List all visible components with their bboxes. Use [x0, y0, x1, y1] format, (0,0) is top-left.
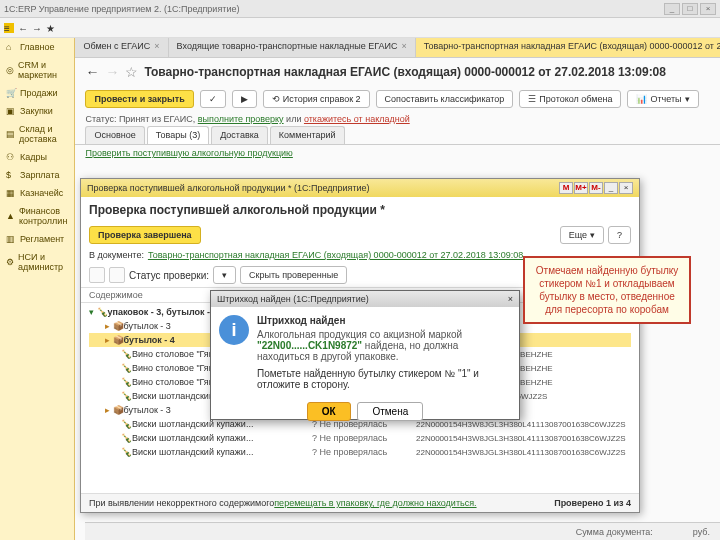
bottle-icon: 🍾 — [121, 363, 132, 373]
m-plus-icon[interactable]: M+ — [574, 182, 588, 194]
barcode-dialog-close[interactable]: × — [508, 294, 513, 304]
menu-icon[interactable]: ≡ — [4, 23, 14, 33]
close-button[interactable]: × — [700, 3, 716, 15]
checked-count: Проверено 1 из 4 — [554, 498, 631, 508]
fwd-icon[interactable]: → — [32, 23, 42, 33]
protocol-button[interactable]: ☰ Протокол обмена — [519, 90, 621, 108]
status-filter[interactable]: ▾ — [213, 266, 236, 284]
bottle-icon: 🍾 — [121, 433, 132, 443]
back-icon[interactable]: ← — [18, 23, 28, 33]
box-icon: ▸ 📦 — [105, 335, 124, 345]
people-icon: ⚇ — [6, 152, 16, 162]
action-toolbar: Провести и закрыть ✓ ▶ ⟲ История справок… — [75, 86, 720, 112]
sidebar-item-nsi[interactable]: ⚙НСИ и администр — [0, 248, 74, 276]
check-products-link[interactable]: Проверить поступившую алкогольную продук… — [75, 145, 720, 161]
sidebar-item-salary[interactable]: $Зарплата — [0, 166, 74, 184]
dialog-footer: При выявлении некорректного содержимого … — [81, 493, 639, 512]
close-icon[interactable]: × — [402, 41, 407, 51]
cancel-button[interactable]: Отмена — [357, 402, 423, 421]
row-status: ? Не проверялась — [312, 447, 412, 457]
save-close-button[interactable]: Провести и закрыть — [85, 90, 193, 108]
info-icon: i — [219, 315, 249, 345]
min-button[interactable]: _ — [664, 3, 680, 15]
sidebar-item-purchase[interactable]: ▣Закупки — [0, 102, 74, 120]
subtab-comment[interactable]: Комментарий — [270, 126, 345, 144]
gear-icon: ⚙ — [6, 257, 14, 267]
currency: руб. — [693, 527, 710, 537]
check-link[interactable]: выполните проверку — [198, 114, 284, 124]
target-icon: ◎ — [6, 65, 14, 75]
close-icon[interactable]: × — [154, 41, 159, 51]
check-done-button[interactable]: Проверка завершена — [89, 226, 201, 244]
sum-label: Сумма документа: — [576, 527, 653, 537]
barcode-dialog-titlebar: Штрихкод найден (1С:Предприятие) × — [211, 291, 519, 307]
row-code: 22N0000154H3W8JGL3H380L41113087001638C6W… — [412, 434, 631, 443]
subtab-goods[interactable]: Товары (3) — [147, 126, 209, 144]
tree-row[interactable]: 🍾 Виски шотландский купажи...? Не провер… — [89, 445, 631, 459]
box-icon: ▸ 📦 — [105, 321, 124, 331]
hide-checked-button[interactable]: Скрыть проверенные — [240, 266, 347, 284]
dialog-close[interactable]: × — [619, 182, 633, 194]
tab-ttn[interactable]: Товарно-транспортная накладная ЕГАИС (вх… — [416, 38, 720, 57]
max-button[interactable]: □ — [682, 3, 698, 15]
annotation-callout: Отмечаем найденную бутылку стикером №1 и… — [523, 256, 691, 324]
box-icon: ▸ 📦 — [105, 405, 124, 415]
star-icon[interactable]: ★ — [46, 23, 56, 33]
cart-icon: 🛒 — [6, 88, 16, 98]
chart-icon: ▲ — [6, 211, 15, 221]
save-button[interactable]: ✓ — [200, 90, 226, 108]
document-tabs: Обмен с ЕГАИС× Входящие товарно-транспор… — [75, 38, 720, 58]
row-label: Виски шотландский купажи... — [132, 447, 312, 457]
sidebar-item-warehouse[interactable]: ▤Склад и доставка — [0, 120, 74, 148]
dialog-titlebar: Проверка поступившей алкогольной продукц… — [81, 179, 639, 197]
tab-exchange[interactable]: Обмен с ЕГАИС× — [75, 38, 168, 57]
bottle-icon: ▾ 🍾 — [89, 307, 108, 317]
truck-icon: ▤ — [6, 129, 15, 139]
app-title: 1С:ERP Управление предприятием 2. (1С:Пр… — [4, 4, 239, 14]
sidebar-item-finance[interactable]: ▲Финансов контроллин — [0, 202, 74, 230]
sidebar-item-treasury[interactable]: ▦Казначейс — [0, 184, 74, 202]
reports-button[interactable]: 📊 Отчеты ▾ — [627, 90, 698, 108]
nav-sidebar: ⌂Главное ◎CRM и маркетин 🛒Продажи ▣Закуп… — [0, 38, 75, 540]
tab-incoming[interactable]: Входящие товарно-транспортные накладные … — [169, 38, 416, 57]
bottle-icon: 🍾 — [121, 419, 132, 429]
sidebar-item-crm[interactable]: ◎CRM и маркетин — [0, 56, 74, 84]
bank-icon: ▦ — [6, 188, 16, 198]
subtab-delivery[interactable]: Доставка — [211, 126, 268, 144]
status-line: Статус: Принят из ЕГАИС, выполните прове… — [75, 112, 720, 126]
tree-row[interactable]: 🍾 Виски шотландский купажи...? Не провер… — [89, 431, 631, 445]
ok-button[interactable]: ОК — [307, 402, 351, 421]
barcode-message: Штрихкод найден Алкогольная продукция со… — [257, 315, 511, 390]
scan-icon[interactable] — [109, 267, 125, 283]
dialog-more-button[interactable]: Еще ▾ — [560, 226, 604, 244]
m-icon[interactable]: M — [559, 182, 573, 194]
history-button[interactable]: ⟲ История справок 2 — [263, 90, 370, 108]
doc-icon: ▥ — [6, 234, 16, 244]
reject-link[interactable]: откажитесь от накладной — [304, 114, 410, 124]
compare-button[interactable]: Сопоставить классификатор — [376, 90, 514, 108]
dialog-help-button[interactable]: ? — [608, 226, 631, 244]
dialog-min[interactable]: _ — [604, 182, 618, 194]
barcode-found-dialog: Штрихкод найден (1С:Предприятие) × i Штр… — [210, 290, 520, 420]
back-arrow-icon[interactable]: ← — [85, 64, 99, 80]
doc-ref-link[interactable]: Товарно-транспортная накладная ЕГАИС (вх… — [148, 250, 523, 260]
doc-footer: Сумма документа: руб. — [85, 522, 720, 540]
subtab-main[interactable]: Основное — [85, 126, 144, 144]
move-link[interactable]: перемещать в упаковку, где должно находи… — [274, 498, 476, 508]
bottle-icon: 🍾 — [121, 349, 132, 359]
sidebar-item-sales[interactable]: 🛒Продажи — [0, 84, 74, 102]
sidebar-item-hr[interactable]: ⚇Кадры — [0, 148, 74, 166]
app-titlebar: 1С:ERP Управление предприятием 2. (1С:Пр… — [0, 0, 720, 18]
sidebar-item-main[interactable]: ⌂Главное — [0, 38, 74, 56]
m-minus-icon[interactable]: M- — [589, 182, 603, 194]
doc-header: ← → ☆ Товарно-транспортная накладная ЕГА… — [75, 58, 720, 86]
favorite-icon[interactable]: ☆ — [125, 64, 138, 80]
fwd-arrow-icon[interactable]: → — [105, 64, 119, 80]
row-code: 22N0000154H3W8JGL3H380L41113087001638C6W… — [412, 448, 631, 457]
box-icon: ▣ — [6, 106, 16, 116]
sidebar-item-regulation[interactable]: ▥Регламент — [0, 230, 74, 248]
money-icon: $ — [6, 170, 16, 180]
barcode-icon[interactable] — [89, 267, 105, 283]
home-icon: ⌂ — [6, 42, 16, 52]
post-button[interactable]: ▶ — [232, 90, 257, 108]
